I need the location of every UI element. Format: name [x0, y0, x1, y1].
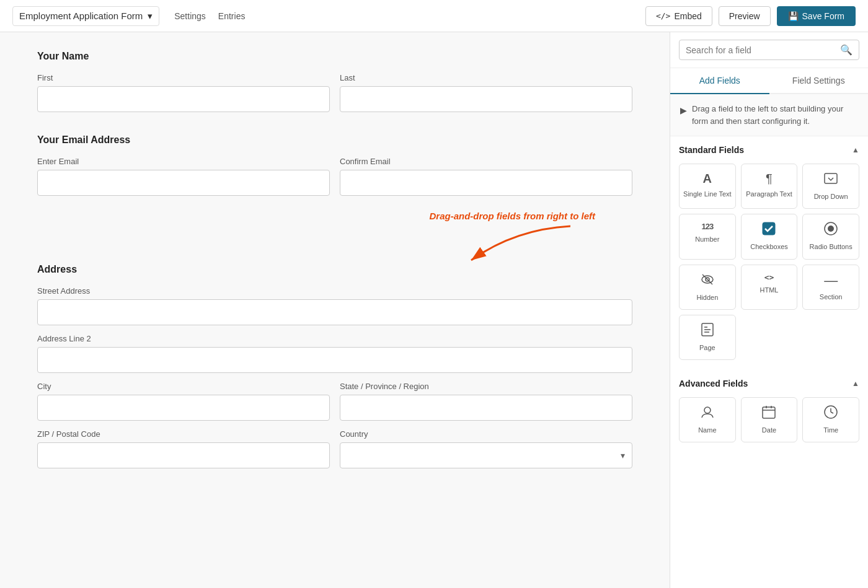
- email-title: Your Email Address: [37, 134, 632, 146]
- city-input[interactable]: [37, 395, 330, 421]
- street-address-group: Street Address: [37, 286, 632, 325]
- field-html[interactable]: <> HTML: [741, 265, 798, 310]
- enter-email-input[interactable]: [37, 170, 330, 196]
- name-field-icon: [701, 405, 714, 422]
- drag-hint-area: Drag-and-drop fields from right to left: [37, 204, 632, 242]
- street-address-input[interactable]: [37, 299, 632, 325]
- address-line2-input[interactable]: [37, 347, 632, 373]
- search-icon: 🔍: [840, 44, 852, 56]
- section-label: Section: [820, 292, 843, 301]
- field-time[interactable]: Time: [802, 397, 859, 442]
- svg-point-12: [704, 407, 711, 413]
- single-line-text-icon: A: [703, 172, 712, 186]
- html-label: HTML: [760, 286, 779, 294]
- email-section: Your Email Address Enter Email Confirm E…: [37, 134, 632, 242]
- country-label: Country: [340, 429, 632, 439]
- header-right: </> Embed Preview 💾 Save Form: [645, 6, 856, 26]
- paragraph-text-icon: ¶: [766, 172, 773, 186]
- date-icon: [762, 405, 776, 422]
- field-name[interactable]: Name: [679, 397, 736, 442]
- city-state-row: City State / Province / Region: [37, 382, 632, 421]
- confirm-email-input[interactable]: [340, 170, 632, 196]
- right-sidebar: 🔍 Add Fields Field Settings ▶ Drag a fie…: [670, 32, 868, 588]
- search-input-wrap: 🔍: [679, 40, 859, 60]
- dropdown-arrow-icon: ▾: [148, 11, 153, 22]
- field-single-line-text[interactable]: A Single Line Text: [679, 164, 736, 209]
- form-area: Your Name First Last Your Email Address …: [0, 32, 670, 588]
- state-label: State / Province / Region: [340, 382, 632, 391]
- svg-rect-13: [763, 407, 775, 418]
- header-nav: Settings Entries: [174, 11, 245, 21]
- standard-fields-grid: A Single Line Text ¶ Paragraph Text Drop…: [679, 164, 859, 360]
- checkboxes-icon: [762, 222, 776, 239]
- dropdown-icon: [824, 172, 838, 188]
- street-address-row: Street Address: [37, 286, 632, 325]
- app-header: Employment Application Form ▾ Settings E…: [0, 0, 868, 32]
- city-label: City: [37, 382, 330, 391]
- collapse-advanced-icon[interactable]: ▲: [852, 379, 859, 388]
- standard-fields-section: Standard Fields ▲ A Single Line Text ¶ P…: [670, 136, 868, 360]
- form-title-label: Employment Application Form: [19, 11, 143, 21]
- embed-button[interactable]: </> Embed: [645, 6, 712, 26]
- field-paragraph-text[interactable]: ¶ Paragraph Text: [741, 164, 798, 209]
- nav-entries[interactable]: Entries: [218, 11, 246, 21]
- save-icon: 💾: [788, 11, 799, 21]
- svg-line-19: [831, 412, 833, 413]
- preview-button[interactable]: Preview: [719, 6, 771, 26]
- first-name-group: First: [37, 73, 330, 112]
- field-number[interactable]: 123 Number: [679, 214, 736, 259]
- name-row: First Last: [37, 73, 632, 112]
- save-button[interactable]: 💾 Save Form: [777, 6, 856, 26]
- email-row: Enter Email Confirm Email: [37, 157, 632, 196]
- enter-email-label: Enter Email: [37, 157, 330, 166]
- standard-fields-label: Standard Fields: [679, 145, 744, 155]
- city-group: City: [37, 382, 330, 421]
- hidden-label: Hidden: [696, 293, 718, 302]
- address-section: Address Street Address Address Line 2 Ci…: [37, 264, 632, 468]
- single-line-text-label: Single Line Text: [683, 190, 731, 198]
- address-line2-label: Address Line 2: [37, 334, 632, 343]
- name-field-label: Name: [698, 426, 716, 434]
- number-label: Number: [695, 235, 719, 244]
- state-group: State / Province / Region: [340, 382, 632, 421]
- checkboxes-label: Checkboxes: [750, 242, 788, 251]
- country-group: Country United States Canada United King…: [340, 429, 632, 468]
- country-select-wrap: United States Canada United Kingdom: [340, 442, 632, 468]
- street-address-label: Street Address: [37, 286, 632, 296]
- zip-input[interactable]: [37, 442, 330, 468]
- number-icon: 123: [701, 222, 713, 231]
- field-section[interactable]: — Section: [802, 265, 859, 310]
- collapse-standard-icon[interactable]: ▲: [852, 146, 859, 154]
- page-icon: [701, 323, 714, 340]
- your-name-title: Your Name: [37, 51, 632, 62]
- field-hidden[interactable]: Hidden: [679, 265, 736, 310]
- cursor-icon: ▶: [680, 104, 687, 117]
- field-checkboxes[interactable]: Checkboxes: [741, 214, 798, 259]
- header-left: Employment Application Form ▾ Settings E…: [12, 6, 245, 26]
- field-radio-buttons[interactable]: Radio Buttons: [802, 214, 859, 259]
- svg-point-4: [828, 226, 834, 232]
- country-select[interactable]: United States Canada United Kingdom: [340, 442, 632, 468]
- state-input[interactable]: [340, 395, 632, 421]
- drag-arrow-icon: [465, 223, 577, 266]
- hidden-icon: [701, 273, 714, 289]
- field-date[interactable]: Date: [741, 397, 798, 442]
- tab-add-fields[interactable]: Add Fields: [670, 68, 769, 94]
- nav-settings[interactable]: Settings: [174, 11, 206, 21]
- field-dropdown[interactable]: Drop Down: [802, 164, 859, 209]
- zip-group: ZIP / Postal Code: [37, 429, 330, 468]
- hint-text: Drag a field to the left to start buildi…: [692, 103, 858, 127]
- search-input[interactable]: [686, 45, 840, 55]
- field-page[interactable]: Page: [679, 315, 736, 360]
- your-name-section: Your Name First Last: [37, 51, 632, 112]
- sidebar-tabs: Add Fields Field Settings: [670, 68, 868, 94]
- form-title-dropdown[interactable]: Employment Application Form ▾: [12, 6, 159, 26]
- svg-rect-1: [825, 173, 837, 183]
- tab-field-settings[interactable]: Field Settings: [769, 68, 869, 94]
- last-name-input[interactable]: [340, 86, 632, 112]
- first-name-label: First: [37, 73, 330, 82]
- address-line2-row: Address Line 2: [37, 334, 632, 373]
- first-name-input[interactable]: [37, 86, 330, 112]
- date-label: Date: [762, 426, 776, 434]
- page-label: Page: [699, 343, 715, 352]
